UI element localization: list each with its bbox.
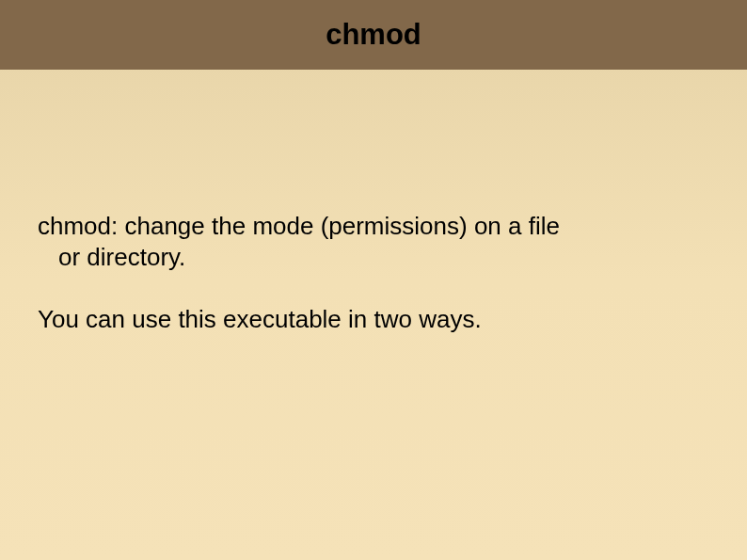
slide-header: chmod <box>0 0 747 70</box>
slide-body: chmod: change the mode (permissions) on … <box>0 70 747 335</box>
paragraph-1: chmod: change the mode (permissions) on … <box>38 211 709 272</box>
paragraph-1-line-1: chmod: change the mode (permissions) on … <box>38 212 560 240</box>
slide-title: chmod <box>326 18 421 52</box>
paragraph-1-line-2: or directory. <box>38 242 709 273</box>
paragraph-2: You can use this executable in two ways. <box>38 304 709 335</box>
